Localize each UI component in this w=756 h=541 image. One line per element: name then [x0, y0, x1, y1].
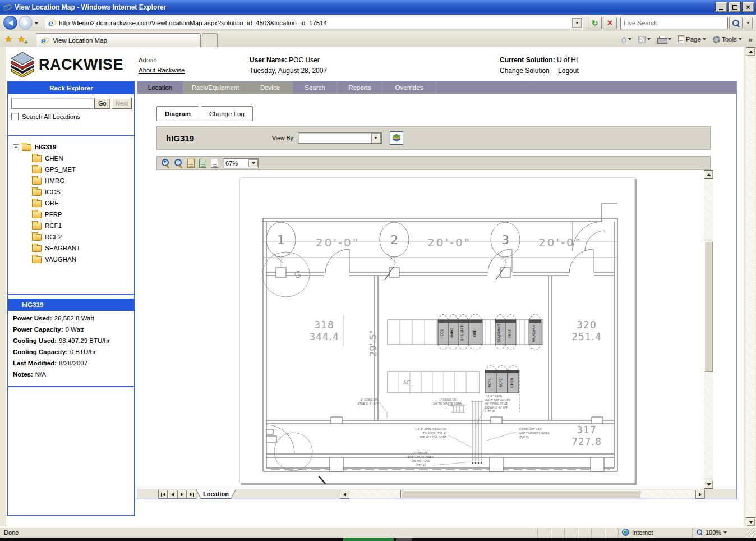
page-menu-icon[interactable] — [678, 35, 684, 43]
close-button[interactable]: × — [742, 2, 754, 12]
forward-button[interactable] — [19, 16, 33, 30]
search-go-button[interactable] — [729, 17, 743, 29]
zoom-in-icon[interactable]: + — [162, 159, 170, 167]
stop-button[interactable]: × — [603, 17, 617, 29]
export-sheet-icon[interactable] — [199, 159, 206, 168]
browser-tab[interactable]: e View Location Map — [36, 33, 201, 47]
tree-collapse-icon[interactable]: − — [13, 144, 19, 150]
tree-item-iccs[interactable]: ICCS — [8, 186, 134, 198]
tree-item-hmrg[interactable]: HMRG — [8, 175, 134, 186]
tools-caret[interactable] — [739, 38, 742, 40]
tree-item-label[interactable]: ICCS — [45, 189, 60, 195]
sheet-tab-location[interactable]: Location — [196, 489, 236, 499]
address-dropdown-button[interactable] — [572, 18, 582, 28]
zoom-dropdown-button[interactable] — [248, 159, 258, 167]
scroll-left-button[interactable] — [340, 490, 349, 499]
diagram-viewport[interactable]: 1 2 3 20'-0" 20'-0" 20'-0" — [156, 170, 703, 489]
rack-chen[interactable]: CHEN — [508, 370, 519, 393]
horizontal-scroll-thumb[interactable] — [400, 490, 640, 498]
about-rackwise-link[interactable]: About Rackwise — [139, 67, 185, 74]
live-search-input[interactable] — [621, 17, 727, 29]
nav-overrides[interactable]: Overrides — [382, 81, 436, 94]
live-search-box[interactable] — [620, 17, 728, 29]
rss-feed-icon[interactable] — [638, 36, 646, 43]
view-by-select[interactable] — [298, 132, 382, 144]
rss-caret[interactable] — [647, 38, 651, 40]
search-options-caret[interactable] — [744, 17, 753, 29]
next-button[interactable]: Next — [112, 98, 132, 109]
page-caret[interactable] — [703, 38, 706, 40]
nav-reports[interactable]: Reports — [338, 81, 382, 94]
scroll-right-button[interactable] — [695, 490, 705, 499]
tree-item-label[interactable]: VAUGHAN — [45, 256, 76, 263]
tree-item-pfrp[interactable]: PFRP — [8, 209, 134, 220]
scroll-up-button[interactable] — [704, 170, 713, 179]
rack-seagrant[interactable]: SEAGRANT — [495, 320, 505, 345]
sheet-tab-label[interactable]: Location — [196, 489, 236, 498]
back-button[interactable] — [3, 16, 17, 30]
browser-scroll-up-button[interactable] — [746, 47, 755, 56]
minimize-button[interactable] — [715, 2, 727, 12]
admin-link[interactable]: Admin — [139, 57, 157, 63]
browser-scroll-down-button[interactable] — [746, 517, 755, 526]
prev-sheet-button[interactable] — [168, 490, 177, 499]
rack-pfrp[interactable]: PFRP — [505, 320, 516, 345]
rack-vaughan[interactable]: VAUGHAN — [529, 320, 541, 345]
first-sheet-button[interactable] — [158, 490, 168, 499]
rack-ore[interactable]: ORE — [468, 320, 482, 345]
nav-search[interactable]: Search — [293, 81, 338, 94]
zoom-caret[interactable] — [723, 531, 727, 534]
new-tab-stub[interactable] — [202, 33, 218, 47]
print-icon[interactable] — [657, 36, 666, 43]
go-button[interactable]: Go — [94, 98, 110, 109]
tree-item-rcf1[interactable]: RCF1 — [8, 220, 134, 231]
tree-item-label[interactable]: SEAGRANT — [45, 245, 80, 251]
tree-item-gps-met[interactable]: GPS_MET — [8, 164, 134, 175]
tree-item-rcf2[interactable]: RCF2 — [8, 231, 134, 242]
print-caret[interactable] — [668, 38, 671, 40]
home-icon[interactable]: ⌂ — [621, 34, 626, 44]
history-dropdown-caret[interactable] — [35, 22, 38, 25]
tools-menu-label[interactable]: Tools — [722, 36, 737, 43]
tree-item-label[interactable]: CHEN — [45, 155, 63, 162]
print-view-icon[interactable] — [211, 159, 218, 168]
resize-grip[interactable] — [747, 528, 756, 537]
view-by-dropdown-button[interactable] — [371, 133, 381, 143]
tree-item-label[interactable]: GPS_MET — [45, 166, 76, 173]
zoom-level-select[interactable]: 67% — [223, 158, 259, 168]
rack-rcf2[interactable]: RCF2 — [496, 370, 508, 393]
rack-gps-met[interactable]: GPS_MET — [458, 320, 468, 345]
diagram-vertical-scrollbar[interactable] — [704, 170, 713, 489]
location-search-input[interactable] — [11, 98, 93, 109]
tree-item-label[interactable]: PFRP — [45, 211, 62, 218]
rack-hmrg[interactable]: HMRG — [448, 320, 458, 345]
tab-change-log[interactable]: Change Log — [201, 106, 253, 121]
vertical-scroll-thumb[interactable] — [704, 241, 713, 372]
tree-root-hig319[interactable]: − hIG319 — [8, 141, 134, 153]
refresh-button[interactable]: ↻ — [588, 17, 602, 29]
tree-item-label[interactable]: HMRG — [45, 177, 64, 184]
browser-vertical-scrollbar[interactable] — [746, 47, 755, 526]
tree-item-vaughan[interactable]: VAUGHAN — [8, 254, 134, 265]
nav-location[interactable]: Location — [137, 81, 183, 94]
home-caret[interactable] — [628, 38, 631, 40]
address-bar[interactable]: e http://demo2.dcm.rackwise.com/ViewLoca… — [45, 17, 583, 29]
next-sheet-button[interactable] — [177, 490, 187, 499]
tree-item-label[interactable]: RCF1 — [45, 222, 62, 229]
nav-device[interactable]: Device — [248, 81, 293, 94]
nav-rack-equipment[interactable]: Rack/Equipment — [183, 81, 248, 94]
browser-zoom-value[interactable]: 100% — [706, 529, 721, 536]
url-text[interactable]: http://demo2.dcm.rackwise.com/ViewLocati… — [59, 20, 572, 26]
add-favorite-icon[interactable]: ★ — [17, 34, 25, 44]
rack-rcf1[interactable]: RCF1 — [485, 370, 496, 393]
logout-link[interactable]: Logout — [558, 67, 579, 75]
tools-gear-icon[interactable] — [713, 36, 720, 43]
favorites-star-icon[interactable]: ★ — [4, 34, 12, 44]
tree-item-label[interactable]: RCF2 — [45, 233, 62, 240]
page-menu-label[interactable]: Page — [686, 36, 701, 43]
tree-item-chen[interactable]: CHEN — [8, 153, 134, 164]
search-all-locations-checkbox[interactable] — [11, 113, 19, 120]
zoom-out-icon[interactable]: − — [174, 159, 183, 167]
layers-button[interactable] — [390, 131, 403, 145]
tree-item-seagrant[interactable]: SEAGRANT — [8, 242, 134, 254]
